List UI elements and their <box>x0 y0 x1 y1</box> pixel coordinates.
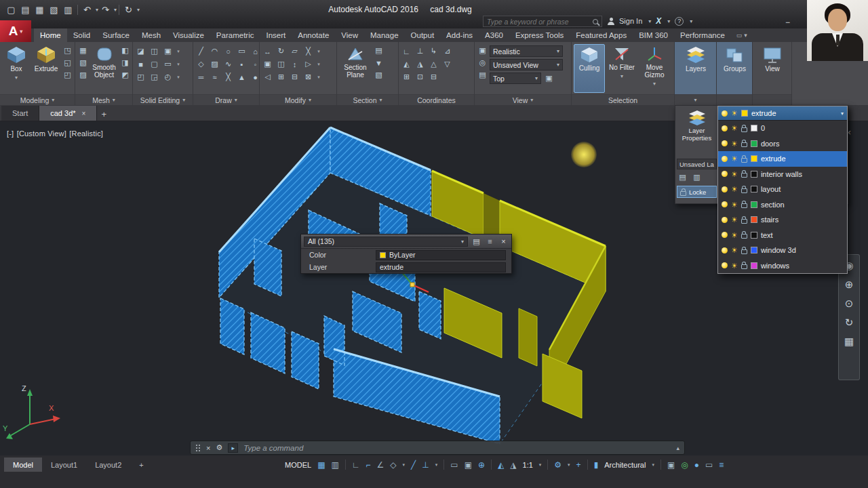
draw-region-icon[interactable]: ╳ <box>222 72 234 82</box>
units-dropdown-icon[interactable]: ▾ <box>652 462 654 468</box>
rotate-icon[interactable]: ↻ <box>275 46 287 56</box>
layer-color-swatch[interactable] <box>751 186 757 192</box>
layer-thaw-icon[interactable]: ☀ <box>731 201 738 208</box>
groups-panel-button[interactable]: Groups <box>719 44 751 93</box>
union-icon[interactable]: ◪ <box>135 46 146 56</box>
tab-bim-360[interactable]: BIM 360 <box>633 28 674 42</box>
layer-color-swatch[interactable] <box>741 110 748 117</box>
layer-row-layout[interactable]: ☀layout <box>718 182 847 197</box>
help-dropdown-icon[interactable]: ▾ <box>690 18 692 24</box>
model-space-toggle[interactable]: MODEL <box>285 461 311 469</box>
layer-row-doors[interactable]: ☀doors <box>718 136 847 152</box>
object-snap-tracking-icon[interactable]: ╱ <box>411 460 416 470</box>
panel-label-selection[interactable]: Selection <box>572 94 674 105</box>
new-file-icon[interactable]: ▢ <box>4 3 18 16</box>
tab-annotate[interactable]: Annotate <box>292 28 335 42</box>
ribbon-display-toggle[interactable]: ▭ ▾ <box>731 28 753 42</box>
ucs-x-icon[interactable]: ⊞ <box>401 72 412 82</box>
gizmo-toggle-icon[interactable]: ⊕ <box>478 460 485 470</box>
layer-thaw-icon[interactable]: ☀ <box>731 186 738 192</box>
array-dropdown-icon[interactable]: ▾ <box>316 75 321 80</box>
layer-thaw-icon[interactable]: ☀ <box>731 125 738 131</box>
object-snap-icon[interactable]: ⊥ <box>422 460 429 470</box>
object-snap-dropdown-icon[interactable]: ▾ <box>435 462 438 468</box>
autoscale-icon[interactable]: ◮ <box>510 460 516 470</box>
move-icon[interactable]: ↔ <box>262 46 273 56</box>
add-jog-icon[interactable]: ▼ <box>373 58 384 68</box>
layer-lock-button[interactable]: Locke <box>677 186 717 198</box>
layer-row-interior-walls[interactable]: ☀interior walls <box>718 167 847 182</box>
search-icon[interactable] <box>593 19 598 24</box>
panel-label-layers[interactable]: ▾ <box>675 94 716 105</box>
layer-thaw-icon[interactable]: ☀ <box>731 171 738 178</box>
ortho-icon[interactable]: ⌐ <box>366 460 371 470</box>
smooth-more-icon[interactable]: ◧ <box>119 45 131 56</box>
sign-in-button[interactable]: Sign In <box>619 17 642 25</box>
no-filter-button[interactable]: No Filter ▾ <box>606 44 637 93</box>
panel-label-coordinates[interactable]: Coordinates <box>399 94 474 105</box>
command-input[interactable]: Type a command <box>243 444 303 452</box>
sweep-icon[interactable]: ◰ <box>62 70 73 80</box>
redo-icon[interactable]: ↷ <box>98 3 113 16</box>
qp-color-value[interactable]: ByLayer <box>376 250 506 260</box>
draw-rectangle-icon[interactable]: ▭ <box>236 46 248 56</box>
lock-icon[interactable] <box>741 264 747 269</box>
panel-label-view[interactable]: View▾ <box>475 94 571 105</box>
box-button[interactable]: Box ▾ <box>2 44 31 93</box>
layer-color-swatch[interactable] <box>751 140 757 147</box>
panel-label-solid-editing[interactable]: Solid Editing▾ <box>133 94 193 105</box>
offset-icon[interactable]: ⊟ <box>289 72 300 82</box>
qp-close-icon[interactable]: × <box>498 237 509 247</box>
units-button[interactable]: Architectural <box>604 461 646 469</box>
draw-point-icon[interactable]: ▪ <box>236 59 248 69</box>
command-grip-handle[interactable] <box>195 444 201 452</box>
view-manager-icon[interactable]: ▤ <box>477 70 488 80</box>
isodraft-dropdown-icon[interactable]: ▾ <box>403 462 406 468</box>
draw-polygon-icon[interactable]: ⌂ <box>250 46 259 56</box>
layer-thaw-icon[interactable]: ☀ <box>731 155 738 162</box>
tab-solid[interactable]: Solid <box>67 28 97 42</box>
tab-layout2[interactable]: Layout2 <box>86 458 130 472</box>
mesh-refine-icon[interactable]: ▧ <box>77 58 89 68</box>
culling-toggle[interactable]: Culling <box>574 44 605 93</box>
layer-state-manage-icon[interactable]: ▥ <box>691 172 703 182</box>
lock-icon[interactable] <box>741 142 747 147</box>
layer-combo-header[interactable]: ☀ extrude ▾ <box>718 106 847 121</box>
solid-edit-dropdown-icon[interactable]: ▾ <box>176 62 181 67</box>
layer-color-swatch[interactable] <box>751 125 757 131</box>
clean-screen-icon[interactable]: ▭ <box>705 460 713 470</box>
layer-on-icon[interactable] <box>722 201 728 207</box>
tab-home[interactable]: Home <box>34 28 67 42</box>
visual-style-control[interactable]: [Realistic] <box>69 129 103 138</box>
infer-constraints-icon[interactable]: ∟ <box>352 460 360 470</box>
layer-on-icon[interactable] <box>722 186 728 192</box>
ucs-face-icon[interactable]: ⊿ <box>441 46 453 56</box>
viewport-menu-control[interactable]: [-] <box>7 129 14 138</box>
ucs-object-icon[interactable]: ◭ <box>401 59 412 69</box>
ucs-icon[interactable]: ∟ <box>401 46 412 56</box>
view-control[interactable]: [Custom View] <box>17 129 66 138</box>
fillet-dropdown-icon[interactable]: ▾ <box>316 62 321 67</box>
tab-a360[interactable]: A360 <box>479 28 509 42</box>
layer-color-swatch[interactable] <box>751 232 757 239</box>
pan-icon[interactable]: ⊕ <box>845 279 854 290</box>
shell-icon[interactable]: ▭ <box>162 59 174 69</box>
layer-thaw-icon[interactable]: ☀ <box>731 140 738 147</box>
chamfer-icon[interactable]: ◁ <box>262 72 273 82</box>
fillet-icon[interactable]: ▷ <box>302 59 314 69</box>
camera-icon[interactable]: ◎ <box>477 58 488 68</box>
draw-circle-icon[interactable]: ○ <box>222 46 234 56</box>
save-icon[interactable]: ▦ <box>33 3 47 16</box>
layer-color-swatch[interactable] <box>751 247 757 253</box>
help-icon[interactable]: ? <box>675 17 684 26</box>
ucs-origin-icon[interactable]: △ <box>428 59 439 69</box>
draw-wedge-icon[interactable]: ▲ <box>236 72 248 82</box>
move-gizmo-dropdown-icon[interactable]: ▾ <box>653 80 656 87</box>
exchange-dropdown-icon[interactable]: ▾ <box>667 18 670 24</box>
open-file-icon[interactable]: ▤ <box>18 3 33 16</box>
isodraft-icon[interactable]: ◇ <box>390 460 396 470</box>
application-menu-button[interactable]: A ▾ <box>0 20 31 42</box>
ucs-world-icon[interactable]: ⊥ <box>414 46 426 56</box>
annotation-scale-dropdown-icon[interactable]: ▾ <box>539 462 542 468</box>
tab-mesh[interactable]: Mesh <box>136 28 167 42</box>
